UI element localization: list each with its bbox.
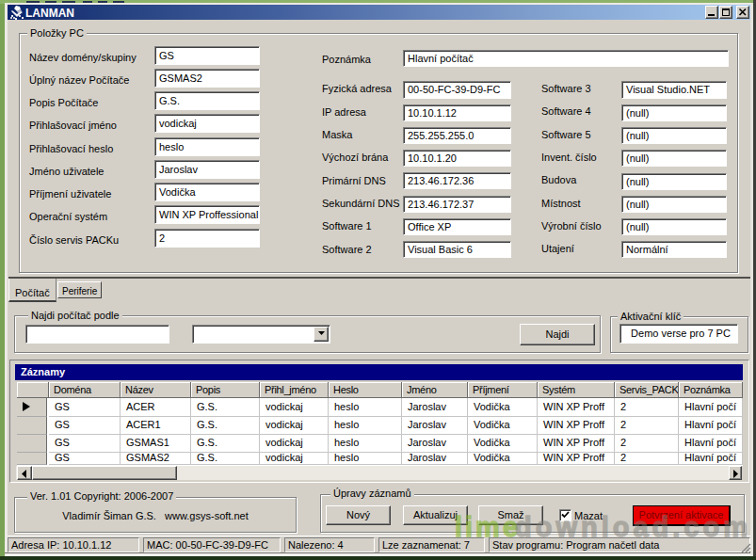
svg-text:download.com: download.com [515, 514, 751, 542]
svg-text:lime: lime [455, 514, 521, 542]
